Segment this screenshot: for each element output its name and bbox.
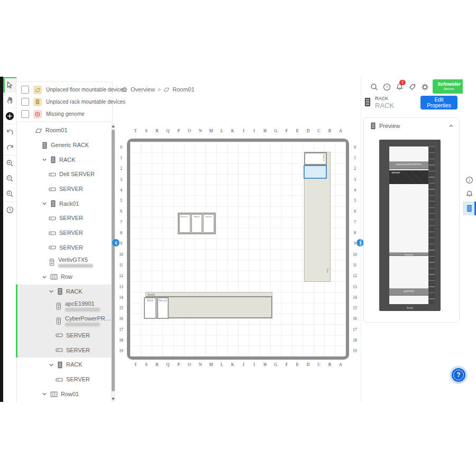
schneider-electric-logo[interactable]: Schneider Electric — [433, 79, 465, 94]
search-icon[interactable] — [369, 82, 379, 92]
home-icon — [121, 86, 128, 93]
tree-item-server[interactable]: SERVER — [16, 328, 111, 343]
col-J: J — [238, 362, 249, 369]
breadcrumb-overview[interactable]: Overview — [131, 86, 155, 93]
col-R: R — [152, 362, 162, 369]
tree-item-label: SERVER — [66, 377, 90, 382]
expand-right-panel-button[interactable] — [356, 239, 364, 246]
canvas-toolbar — [3, 77, 17, 402]
chevron-down-icon[interactable] — [49, 289, 54, 294]
legend-item-0: Unplaced floor mountable devices — [16, 84, 112, 96]
tool-zoom-out[interactable] — [3, 171, 16, 186]
chevron-down-icon[interactable] — [42, 274, 47, 280]
floorplan-row01-rack2[interactable]: Rm-Lef — [157, 297, 169, 319]
tree-item-vertivgtx5[interactable]: VertivGTX5 — [16, 255, 111, 270]
tree-item-row[interactable]: Row — [16, 270, 111, 285]
floorplan-group-rack-0[interactable]: Generic... — [179, 214, 190, 233]
chevron-down-icon[interactable] — [49, 362, 54, 368]
tab-properties-selected[interactable] — [463, 202, 476, 215]
server-icon — [49, 215, 56, 222]
tool-history[interactable] — [3, 202, 16, 217]
tree-item-server[interactable]: SERVER — [16, 182, 111, 197]
tool-add[interactable] — [3, 108, 16, 124]
grid-column-letters-top: TSRQPONMLKJIHGFEDCBA — [130, 129, 346, 135]
collapse-preview-button[interactable] — [448, 123, 454, 129]
legend-checkbox[interactable] — [21, 86, 29, 94]
col-K: K — [227, 362, 238, 369]
tree-item-server[interactable]: SERVER — [16, 226, 111, 241]
tree-item-dell-server[interactable]: Dell SERVER — [16, 167, 111, 182]
col-G: G — [270, 362, 281, 369]
floorplan-row01-rack1[interactable]: RACK — [144, 297, 157, 319]
floorplan-group-rack-2[interactable]: Rack01 — [203, 214, 214, 233]
tree-item-label: SERVER — [66, 333, 90, 338]
tree-item-rack[interactable]: RACK — [16, 285, 111, 299]
tree-item-rack01[interactable]: Rack01 — [16, 196, 111, 211]
col-B: B — [324, 129, 335, 135]
row-3: 3 — [117, 174, 125, 185]
collapse-left-panel-button[interactable] — [112, 239, 120, 246]
tab-alarms[interactable] — [463, 187, 476, 200]
chevron-left-icon — [115, 241, 117, 244]
col-D: D — [303, 129, 314, 135]
notifications-bell-icon[interactable]: 2 — [395, 82, 405, 92]
hand-icon — [6, 96, 14, 104]
tree-item-rack[interactable]: RACK — [16, 358, 111, 372]
chevron-down-icon[interactable] — [42, 157, 47, 162]
col-C: C — [314, 129, 324, 135]
scrollbar-thumb[interactable] — [112, 130, 115, 391]
legend-label: Unplaced rack mountable devices — [46, 99, 125, 105]
tab-info[interactable]: i — [463, 173, 476, 187]
row-11: 11 — [117, 260, 125, 270]
zoom-out-icon — [6, 175, 14, 182]
chevron-down-icon[interactable] — [42, 391, 47, 397]
tree-item-room01[interactable]: Room01 — [16, 123, 111, 138]
tree-item-server[interactable]: SERVER — [16, 241, 111, 255]
zoom-fit-icon — [6, 190, 14, 198]
svg-text:?: ? — [386, 85, 388, 89]
col-K: K — [227, 129, 238, 135]
ups-icon — [56, 303, 62, 310]
preview-device-3: apcE19901 — [389, 288, 428, 296]
tool-pan[interactable] — [3, 93, 16, 108]
tree-item-apce19901[interactable]: apcE19901 — [16, 299, 111, 314]
tree-item-generic-rack[interactable]: Generic RACK — [16, 138, 111, 153]
help-floating-button[interactable]: ? — [452, 368, 465, 382]
tool-zoom-in[interactable] — [3, 155, 16, 171]
tool-select[interactable] — [3, 77, 16, 93]
gear-icon[interactable] — [420, 82, 430, 92]
preview-title: Preview — [379, 123, 400, 129]
rack-preview: CyberPowerPR2200RT2ULSERVERSERVERapcE199… — [379, 140, 441, 311]
scroll-down-arrow-icon[interactable] — [112, 398, 115, 400]
tree-item-server[interactable]: SERVER — [16, 372, 111, 387]
tool-redo[interactable] — [3, 140, 16, 155]
tool-zoom-fit[interactable] — [3, 186, 16, 202]
help-icon[interactable]: ? — [382, 82, 392, 92]
scroll-up-arrow-icon[interactable] — [112, 125, 115, 127]
edit-properties-button[interactable]: Edit Properties — [420, 96, 457, 109]
floorplan-group-rack-1[interactable]: RACK — [191, 214, 203, 233]
tree-item-rack[interactable]: RACK — [16, 152, 111, 167]
row-4: 4 — [117, 185, 125, 195]
tree-item-cyberpowerpr2200r-[interactable]: CyberPowerPR2200R... — [16, 314, 111, 328]
legend-checkbox[interactable] — [21, 110, 29, 118]
room-icon — [163, 87, 170, 92]
tool-undo[interactable] — [3, 124, 16, 140]
chevron-up-icon — [450, 125, 453, 127]
legend-checkbox[interactable] — [21, 98, 29, 106]
server-icon — [56, 376, 63, 383]
tree-item-server[interactable]: SERVER — [16, 343, 111, 358]
svg-text:i: i — [469, 177, 470, 182]
tree-scrollbar[interactable] — [111, 123, 115, 402]
floorplan-rack-top[interactable]: RACK — [304, 152, 327, 165]
floorplan-rack-group[interactable]: Generic...RACKRack01 — [178, 213, 216, 234]
row-14: 14 — [117, 292, 125, 303]
tag-icon[interactable] — [407, 82, 417, 92]
tree-item-label: Row — [61, 274, 72, 280]
floorplan-rack-selected[interactable] — [304, 165, 327, 179]
tree-item-server[interactable]: SERVER — [16, 211, 111, 226]
col-T: T — [130, 362, 141, 369]
col-J: J — [238, 129, 249, 135]
chevron-down-icon[interactable] — [42, 201, 47, 206]
tree-item-row01[interactable]: Row01 — [16, 387, 111, 401]
